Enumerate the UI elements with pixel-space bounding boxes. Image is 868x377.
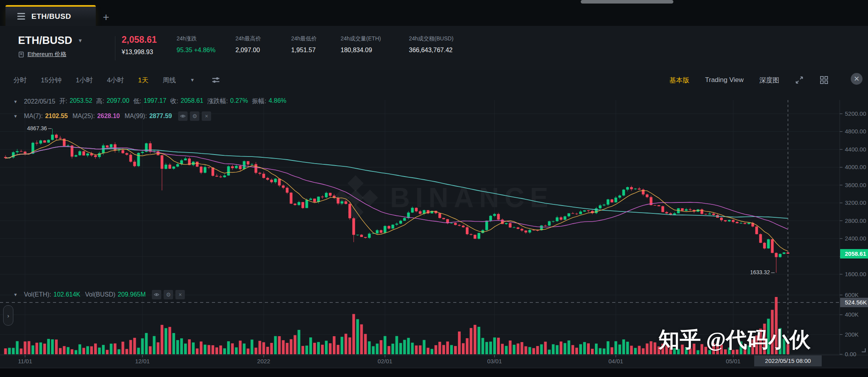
vol-item: Vol(BUSD)209.965M [85, 291, 146, 298]
stat-label: 24h成交量(ETH) [341, 35, 381, 42]
svg-text:11/01: 11/01 [18, 358, 32, 364]
vol-item: Vol(ETH):102.614K [24, 291, 80, 298]
close-icon[interactable]: × [202, 111, 211, 121]
svg-text:1633.32: 1633.32 [750, 269, 770, 275]
stat-label: 24h最高价 [235, 35, 261, 42]
stat-label: 24h涨跌 [177, 35, 215, 42]
zhihu-watermark: 知乎 @代码小伙 [658, 326, 811, 354]
svg-text:04/01: 04/01 [609, 358, 624, 364]
ethereum-price-link[interactable]: Ethereum 价格 [27, 51, 66, 58]
svg-text:2022/05/15 08:00: 2022/05/15 08:00 [765, 357, 811, 364]
divider [115, 36, 115, 60]
ma7-line [5, 140, 788, 251]
view-基本版[interactable]: 基本版 [669, 76, 689, 85]
interval-15分钟[interactable]: 15分钟 [41, 76, 62, 85]
stat-value: 366,643,767.42 [409, 47, 454, 54]
view-深度图[interactable]: 深度图 [759, 76, 779, 85]
svg-text:600K: 600K [845, 291, 859, 298]
volume-level-tag: 524.56K [840, 298, 868, 307]
chevron-down-icon: ▼ [78, 38, 83, 44]
volume-info-row: ▼ Vol(ETH):102.614KVol(BUSD)209.965M ⚙× [13, 290, 185, 299]
add-tab-button[interactable]: + [103, 12, 109, 23]
svg-text:12/01: 12/01 [135, 358, 150, 364]
view-switcher: 基本版Trading View深度图 [669, 75, 829, 85]
interval-分时[interactable]: 分时 [13, 76, 27, 85]
interval-1天[interactable]: 1天 [138, 76, 148, 85]
ma-item: MA(99):2877.59 [124, 113, 172, 120]
fullscreen-icon[interactable] [795, 76, 804, 84]
view-Trading View[interactable]: Trading View [705, 76, 744, 84]
candles [4, 129, 790, 273]
ma-buttons: ⚙× [176, 111, 211, 121]
ma-label: MA(7): [24, 113, 43, 120]
vol-label: Vol(BUSD) [85, 291, 115, 298]
ma-info-row: ▼ MA(7):2102.55MA(25):2628.10MA(99):2877… [13, 111, 211, 121]
ohlc-pair: 收:2058.61 [170, 97, 203, 106]
svg-text:4000.00: 4000.00 [845, 164, 866, 170]
vol-label: Vol(ETH): [24, 291, 51, 298]
stat-value: 2,097.00 [235, 47, 261, 54]
svg-text:03/01: 03/01 [487, 358, 502, 364]
svg-text:0.00: 0.00 [845, 351, 856, 357]
ohlc-pair: 振幅:4.86% [252, 97, 286, 106]
stat-0: 24h涨跌95.35 +4.86% [177, 35, 215, 54]
ma-value: 2877.59 [149, 113, 172, 120]
layout-grid-icon[interactable] [819, 75, 829, 85]
ma-label: MA(25): [73, 113, 95, 120]
interval-周线[interactable]: 周线 [162, 76, 176, 85]
ohlc-pair: 高:2097.00 [96, 97, 129, 106]
browser-deco-bar [581, 0, 673, 4]
chart-settings-icon[interactable] [211, 75, 221, 85]
chart-tab-eth-busd[interactable]: ETH/BUSD [5, 5, 96, 26]
interval-1小时[interactable]: 1小时 [76, 76, 93, 85]
chart-panel: BINANCE 5200.004800.004400.004000.003600… [0, 70, 868, 377]
svg-text:02/01: 02/01 [377, 358, 392, 364]
svg-text:200K: 200K [845, 331, 859, 338]
svg-text:4867.36: 4867.36 [27, 125, 47, 131]
ohlc-value: 2097.00 [107, 97, 129, 106]
stat-4: 24h成交额(BUSD)366,643,767.42 [409, 35, 454, 54]
eye-icon[interactable] [178, 111, 188, 121]
ma-items: MA(7):2102.55MA(25):2628.10MA(99):2877.5… [24, 113, 172, 120]
ohlc-date: 2022/05/15 [24, 98, 55, 105]
stat-label: 24h成交额(BUSD) [409, 35, 454, 42]
stat-3: 24h成交量(ETH)180,834.09 [341, 35, 381, 54]
ohlc-label: 高: [96, 97, 104, 106]
price-axis-labels: 5200.004800.004400.004000.003600.003200.… [840, 110, 866, 357]
stat-value: 95.35 +4.86% [177, 47, 215, 54]
time-axis-labels: 11/0112/01202202/0103/0104/0105/01 [18, 355, 741, 364]
symbol-selector[interactable]: ETH/BUSD ▼ [18, 35, 83, 47]
svg-text:3200.00: 3200.00 [845, 199, 866, 206]
collapse-caret-icon[interactable]: ▼ [13, 114, 18, 118]
window-tab-bar: ETH/BUSD + [0, 0, 868, 26]
low-annotation: 1633.32 [750, 269, 775, 275]
close-panel-icon[interactable]: ✕ [851, 73, 863, 85]
tab-label: ETH/BUSD [31, 12, 71, 21]
ohlc-value: 2053.52 [69, 97, 92, 106]
last-price-cny: ¥13,998.93 [122, 49, 157, 56]
svg-text:2800.00: 2800.00 [845, 217, 866, 224]
gear-icon[interactable]: ⚙ [190, 111, 199, 121]
vol-value: 102.614K [53, 291, 80, 298]
svg-text:5200.00: 5200.00 [845, 110, 866, 117]
last-price: 2,058.61 [122, 35, 157, 45]
interval-dropdown-icon[interactable]: ▼ [190, 77, 195, 83]
gear-icon[interactable]: ⚙ [164, 290, 173, 299]
binance-chart-window: ETH/BUSD + ETH/BUSD ▼ Ethereum 价格 2,058.… [0, 0, 868, 377]
chart-toolbar: 分时15分钟1小时4小时1天周线▼ 基本版Trading View深度图 ✕ [0, 75, 868, 89]
eye-icon[interactable] [152, 290, 161, 299]
collapse-caret-icon[interactable]: ▼ [13, 292, 18, 297]
menu-icon[interactable] [17, 13, 25, 20]
resize-corner-icon [862, 348, 865, 352]
expand-sidebar-handle[interactable]: › [3, 305, 13, 326]
symbol-title: ETH/BUSD [18, 35, 72, 47]
ma-value: 2102.55 [45, 113, 68, 120]
svg-text:05/01: 05/01 [726, 358, 741, 364]
collapse-caret-icon[interactable]: ▼ [13, 99, 18, 104]
ethereum-info-icon [18, 51, 24, 58]
interval-4小时[interactable]: 4小时 [107, 76, 124, 85]
svg-text:400K: 400K [845, 311, 859, 318]
ohlc-label: 振幅: [252, 97, 266, 106]
close-icon[interactable]: × [175, 290, 185, 299]
ohlc-info-row: ▼ 2022/05/15 开:2053.52高:2097.00低:1997.17… [13, 97, 286, 106]
